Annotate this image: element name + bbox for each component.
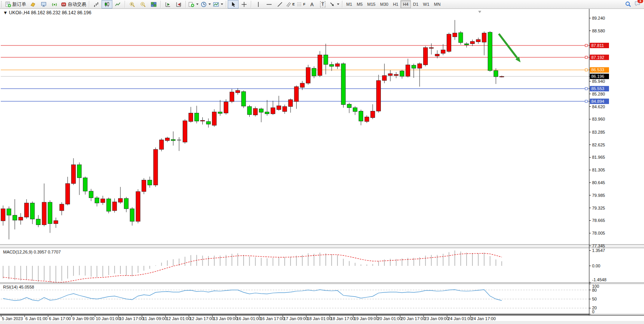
svg-text:84.894: 84.894 <box>591 99 604 104</box>
svg-text:87.811: 87.811 <box>591 43 604 48</box>
svg-text:85.553: 85.553 <box>591 86 604 91</box>
auto-scroll-icon <box>165 2 171 7</box>
candle-body <box>330 64 334 66</box>
templates-button[interactable] <box>212 0 224 8</box>
timeframe-label: M15 <box>367 2 375 7</box>
timeframe-h1[interactable]: H1 <box>390 0 400 8</box>
new-order-button[interactable]: 新订单 <box>4 0 27 8</box>
candle-body <box>253 109 257 115</box>
candle-body <box>118 198 123 202</box>
text-label-icon: T <box>320 1 325 7</box>
timeframe-m5[interactable]: M5 <box>354 0 365 8</box>
timeframe-h4[interactable]: H4 <box>400 0 410 8</box>
chevron-down-icon <box>209 3 211 5</box>
timeframe-label: M5 <box>357 2 362 7</box>
mt4-application-window: 新订单 自动交易 <box>0 0 644 324</box>
cursor-icon <box>230 2 236 7</box>
autotrade-button[interactable]: 自动交易 <box>60 0 87 8</box>
periods-button[interactable] <box>200 0 212 8</box>
candle-body <box>142 180 146 191</box>
candle-body <box>394 74 398 76</box>
candle-body <box>101 199 105 203</box>
candle-body <box>224 102 228 113</box>
timeframe-d1[interactable]: D1 <box>411 0 421 8</box>
candle-body <box>447 34 451 52</box>
auto-scroll-button[interactable] <box>162 0 173 8</box>
svg-text:17 Jan 09:00: 17 Jan 09:00 <box>284 316 308 321</box>
zoom-in-button[interactable] <box>127 0 137 8</box>
new-order-label: 新订单 <box>12 1 26 8</box>
candle-body <box>335 64 340 66</box>
svg-text:16 Jan 17:00: 16 Jan 17:00 <box>260 316 285 321</box>
vertical-line-button[interactable] <box>253 0 264 8</box>
candlestick-chart-icon <box>104 2 110 7</box>
arrows-icon <box>329 2 335 7</box>
add-indicator-button[interactable] <box>187 0 200 8</box>
timeframe-m30[interactable]: M30 <box>378 0 390 8</box>
new-order-icon <box>5 2 11 7</box>
trendline-button[interactable] <box>274 0 285 8</box>
bar-chart-button[interactable] <box>91 0 102 8</box>
toolbar-grip[interactable] <box>1 1 3 7</box>
svg-text:10 Jan 01:00: 10 Jan 01:00 <box>96 316 120 321</box>
candle-body <box>277 106 281 110</box>
signals-button[interactable] <box>49 0 60 8</box>
candle-body <box>159 140 164 149</box>
chevron-down-icon <box>196 3 199 5</box>
candle-body <box>500 76 504 77</box>
timeframe-mn[interactable]: MN <box>432 0 443 8</box>
timeframe-m1[interactable]: M1 <box>344 0 354 8</box>
trendline-icon <box>277 2 283 7</box>
fibonacci-icon <box>297 2 302 7</box>
tile-windows-button[interactable] <box>148 0 159 8</box>
svg-text:18 Jan 01:00: 18 Jan 01:00 <box>307 316 332 321</box>
notifications-button[interactable]: 1 <box>634 0 641 8</box>
text-button[interactable]: A <box>307 0 317 8</box>
cursor-button[interactable] <box>228 0 239 8</box>
terminal-button[interactable] <box>38 0 49 8</box>
crosshair-button[interactable] <box>239 0 249 8</box>
timeframe-label: H4 <box>403 2 408 7</box>
candle-body <box>60 204 64 211</box>
line-chart-button[interactable] <box>112 0 123 8</box>
text-label-button[interactable]: T <box>317 0 328 8</box>
candle-body <box>65 183 70 204</box>
svg-text:20 Jan 01:00: 20 Jan 01:00 <box>377 316 402 321</box>
svg-text:12 Jan 01:00: 12 Jan 01:00 <box>166 316 191 321</box>
candlestick-chart-button[interactable] <box>102 0 112 8</box>
notification-badge: 1 <box>637 0 643 3</box>
candle-body <box>453 33 457 37</box>
timeframe-m15[interactable]: M15 <box>365 0 378 8</box>
svg-text:19 Jan 09:00: 19 Jan 09:00 <box>354 316 379 321</box>
market-watch-button[interactable] <box>27 0 38 8</box>
candle-body <box>289 100 293 107</box>
candle-body <box>271 108 275 114</box>
channel-button[interactable]: E <box>285 0 296 8</box>
svg-text:6 Jan 17:00: 6 Jan 17:00 <box>49 316 71 321</box>
toolbar-separator <box>185 1 186 8</box>
svg-text:0: 0 <box>592 309 594 314</box>
svg-text:10 Jan 17:00: 10 Jan 17:00 <box>119 316 144 321</box>
candle-body <box>195 113 199 121</box>
candle-body <box>300 83 304 87</box>
chart-canvas[interactable]: 89.24088.58085.94085.28084.62083.96083.2… <box>0 0 644 324</box>
fibonacci-button[interactable]: F <box>296 0 307 8</box>
search-icon[interactable] <box>625 1 631 7</box>
chart-shift-button[interactable] <box>173 0 184 8</box>
candle-body <box>1 209 5 221</box>
arrows-button[interactable] <box>328 0 340 8</box>
vertical-line-icon <box>255 2 261 7</box>
candle-body <box>54 221 58 224</box>
zoom-in-icon <box>129 2 135 7</box>
candle-body <box>429 48 434 49</box>
zoom-out-button[interactable] <box>137 0 148 8</box>
candle-body <box>283 107 287 112</box>
svg-text:12 Jan 17:00: 12 Jan 17:00 <box>190 316 214 321</box>
candle-body <box>412 65 416 68</box>
svg-text:6 Jan 01:00: 6 Jan 01:00 <box>25 316 48 321</box>
timeframe-w1[interactable]: W1 <box>421 0 432 8</box>
candle-body <box>265 112 269 114</box>
candle-body <box>359 111 363 121</box>
svg-text:24 Jan 17:00: 24 Jan 17:00 <box>471 316 496 321</box>
horizontal-line-button[interactable] <box>264 0 274 8</box>
